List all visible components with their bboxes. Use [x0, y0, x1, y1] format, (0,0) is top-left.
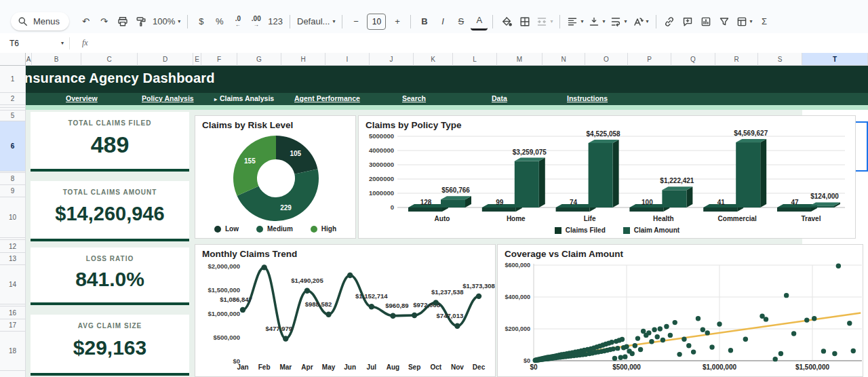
chart-monthly-claims-trend[interactable]: Monthly Claims Trend $0$500,000$1,000,00…	[195, 244, 496, 377]
horizontal-align-button[interactable]: ▾	[565, 13, 585, 31]
column-header-C[interactable]: C	[81, 53, 138, 66]
kpi-card-avg-claim-size[interactable]: AVG CLAIM SIZE$29,163	[31, 315, 189, 376]
paint-format-button[interactable]	[132, 13, 149, 31]
page-title: Insurance Agency Dashboard	[26, 71, 215, 86]
svg-text:0: 0	[391, 203, 394, 211]
menus-button[interactable]: Menus	[11, 12, 69, 31]
more-formats-button[interactable]: 123	[266, 13, 285, 31]
print-button[interactable]	[114, 13, 131, 31]
row-header-6[interactable]: 6	[0, 121, 26, 172]
decrease-decimal-places-button[interactable]: .0←	[229, 13, 246, 31]
column-header-T[interactable]: T	[802, 53, 868, 66]
row-header-10[interactable]: 10	[0, 197, 26, 238]
sheet-canvas[interactable]: Insurance Agency Dashboard OverviewPolic…	[26, 66, 868, 377]
toolbar-separator	[656, 15, 656, 28]
nav-link-claims-analysis[interactable]: ▸Claims Analysis	[214, 94, 274, 102]
select-all-corner[interactable]	[0, 53, 26, 66]
strikethrough-button[interactable]: S	[452, 13, 469, 31]
valign-icon	[589, 16, 599, 27]
toolbar-separator	[492, 15, 493, 28]
row-header-19[interactable]: 19	[0, 371, 26, 377]
kpi-label: TOTAL CLAIMS FILED	[31, 119, 189, 127]
bold-button[interactable]: B	[416, 13, 433, 31]
chart-legend: LowMediumHigh	[195, 225, 355, 233]
nav-link-policy-analysis[interactable]: Policy Analysis	[142, 94, 194, 102]
increase-font-size-button[interactable]: +	[389, 13, 406, 31]
chart-claims-by-risk-level[interactable]: Claims by Risk Level 105229155 LowMedium…	[195, 115, 356, 239]
kpi-card-total-claims-filed[interactable]: TOTAL CLAIMS FILED489	[31, 112, 189, 172]
text-wrap-button[interactable]: ▾	[608, 13, 629, 31]
name-box[interactable]: T6 ▾	[0, 39, 69, 48]
insert-comment-button[interactable]	[679, 13, 696, 31]
svg-text:$1,086,847: $1,086,847	[220, 296, 252, 303]
column-header-D[interactable]: D	[138, 53, 193, 66]
row-header-5[interactable]: 5	[0, 111, 26, 121]
format-as-percent-button[interactable]: %	[211, 13, 228, 31]
nav-link-search[interactable]: Search	[402, 94, 426, 102]
italic-button[interactable]: I	[434, 13, 451, 31]
insert-chart-button[interactable]	[698, 13, 715, 31]
row-header-14[interactable]: 14	[0, 265, 26, 304]
column-header-B[interactable]: B	[32, 53, 81, 66]
row-header-13[interactable]: 13	[0, 253, 26, 265]
functions-button[interactable]: Σ	[756, 13, 773, 31]
insert-link-button[interactable]	[661, 13, 678, 31]
fill-color-button[interactable]	[498, 13, 515, 31]
row-header-18[interactable]: 18	[0, 332, 26, 371]
nav-link-agent-performance[interactable]: Agent Performance	[294, 94, 360, 102]
cell-reference: T6	[9, 39, 19, 48]
column-header-S[interactable]: S	[758, 53, 802, 66]
column-header-H[interactable]: H	[281, 53, 326, 66]
kpi-card-loss-ratio[interactable]: LOSS RATIO841.0%	[31, 247, 189, 305]
chevron-down-icon[interactable]: ▾	[61, 40, 64, 46]
row-header-2[interactable]: 2	[0, 93, 26, 105]
svg-text:Life: Life	[584, 215, 596, 222]
chart-coverage-vs-claim-amount[interactable]: Coverage vs Claim Amount $0$200,000$400,…	[497, 244, 863, 377]
column-header-R[interactable]: R	[715, 53, 758, 66]
row-header-12[interactable]: 12	[0, 240, 26, 253]
nav-link-instructions[interactable]: Instructions	[567, 94, 608, 102]
fx-icon[interactable]: fx	[82, 38, 88, 48]
row-header-17[interactable]: 17	[0, 319, 26, 332]
column-header-J[interactable]: J	[370, 53, 414, 66]
increase-decimal-places-button[interactable]: .00→	[248, 13, 264, 31]
svg-text:128: 128	[420, 199, 432, 206]
undo-button[interactable]: ↶	[77, 13, 94, 31]
table-button[interactable]: ▾	[734, 13, 755, 31]
row-header-1[interactable]: 1	[0, 66, 26, 93]
format-as-currency-button[interactable]: $	[193, 13, 210, 31]
column-header-P[interactable]: P	[628, 53, 671, 66]
decrease-font-size-button[interactable]: −	[347, 13, 364, 31]
column-header-N[interactable]: N	[542, 53, 585, 66]
text-rotation-button[interactable]: ▾	[631, 13, 651, 31]
chart-claims-by-policy-type[interactable]: Claims by Policy Type 010000002000000300…	[358, 115, 856, 239]
row-header-9[interactable]: 9	[0, 185, 26, 197]
row-header-8[interactable]: 8	[0, 173, 26, 185]
redo-button[interactable]: ↷	[96, 13, 113, 31]
toolbar-separator	[290, 15, 290, 28]
text-color-button[interactable]: A	[471, 13, 488, 31]
column-header-O[interactable]: O	[585, 53, 628, 66]
column-header-M[interactable]: M	[497, 53, 542, 66]
kpi-value: 489	[31, 132, 189, 158]
column-header-L[interactable]: L	[453, 53, 497, 66]
column-header-K[interactable]: K	[414, 53, 453, 66]
column-header-G[interactable]: G	[237, 53, 281, 66]
nav-link-overview[interactable]: Overview	[66, 94, 98, 102]
column-header-I[interactable]: I	[326, 53, 370, 66]
column-header-F[interactable]: F	[201, 53, 237, 66]
create-filter-button[interactable]	[716, 13, 733, 31]
vertical-align-button[interactable]: ▾	[587, 13, 607, 31]
column-header-Q[interactable]: Q	[671, 53, 715, 66]
column-header-A[interactable]: A	[26, 53, 32, 66]
column-header-E[interactable]: E	[193, 53, 201, 66]
font-button[interactable]: Defaul...▾	[295, 13, 337, 31]
legend-item: Medium	[256, 225, 293, 233]
merge-cells-button[interactable]: ▾	[534, 13, 555, 31]
kpi-card-total-claims-amount[interactable]: TOTAL CLAIMS AMOUNT$14,260,946	[31, 181, 189, 241]
nav-link-data[interactable]: Data	[492, 94, 507, 102]
row-header-16[interactable]: 16	[0, 306, 26, 319]
font-size-button[interactable]: 10	[367, 14, 386, 30]
borders-button[interactable]	[516, 13, 533, 31]
zoom-button[interactable]: 100%▾	[151, 13, 182, 31]
